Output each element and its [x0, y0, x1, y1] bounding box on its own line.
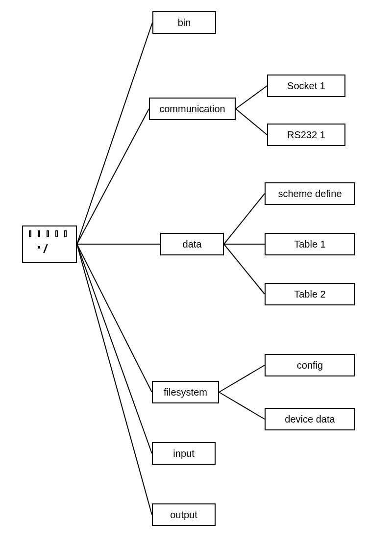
- root-tick: [64, 230, 67, 237]
- node-bin-label: bin: [178, 17, 191, 28]
- node-config: config: [265, 354, 355, 376]
- root-tick: [29, 230, 31, 237]
- svg-line-10: [224, 244, 265, 294]
- svg-line-7: [236, 109, 267, 135]
- svg-line-0: [77, 23, 152, 244]
- root-tick: [38, 230, 40, 237]
- node-rs232-1: RS232 1: [267, 124, 345, 146]
- node-data-label: data: [183, 239, 202, 250]
- node-filesystem-label: filesystem: [164, 387, 207, 398]
- node-scheme-define-label: scheme define: [278, 188, 342, 200]
- root-tick: [47, 230, 49, 237]
- svg-line-6: [236, 86, 267, 109]
- root-dot: [38, 246, 40, 249]
- node-data: data: [160, 233, 224, 255]
- node-table1: Table 1: [265, 233, 355, 255]
- node-device-data-label: device data: [285, 414, 335, 425]
- node-filesystem: filesystem: [152, 381, 219, 403]
- node-communication: communication: [149, 98, 236, 120]
- svg-line-1: [77, 109, 149, 244]
- node-table2-label: Table 2: [294, 289, 326, 300]
- node-input: input: [152, 442, 216, 465]
- svg-line-12: [219, 392, 265, 419]
- node-output-label: output: [170, 509, 197, 521]
- diagram-canvas: / bin communication data filesystem inpu…: [0, 0, 392, 550]
- node-table2: Table 2: [265, 283, 355, 305]
- node-device-data: device data: [265, 408, 355, 430]
- svg-line-3: [77, 244, 152, 392]
- node-output: output: [152, 503, 216, 526]
- node-socket1-label: Socket 1: [287, 80, 325, 92]
- node-bin: bin: [152, 11, 216, 34]
- svg-line-8: [224, 194, 265, 244]
- node-table1-label: Table 1: [294, 239, 326, 250]
- node-socket1: Socket 1: [267, 75, 345, 97]
- node-scheme-define: scheme define: [265, 182, 355, 205]
- root-label: /: [44, 242, 47, 256]
- svg-line-5: [77, 244, 152, 515]
- svg-line-4: [77, 244, 152, 453]
- svg-line-11: [219, 365, 265, 392]
- node-rs232-1-label: RS232 1: [287, 129, 325, 141]
- node-config-label: config: [297, 360, 323, 371]
- node-input-label: input: [173, 448, 194, 459]
- root-node: /: [22, 225, 77, 263]
- root-tick: [55, 230, 58, 237]
- node-communication-label: communication: [159, 103, 225, 115]
